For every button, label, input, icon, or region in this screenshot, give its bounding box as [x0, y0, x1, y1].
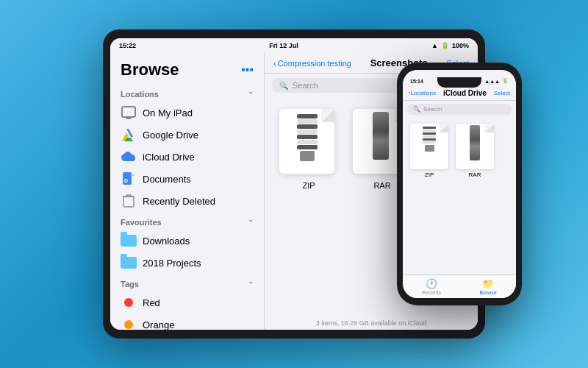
iphone-recents-label: Recents: [422, 290, 441, 295]
tags-section-header: Tags ⌃: [121, 280, 254, 289]
orange-tag-icon: [121, 316, 137, 330]
iphone-nav-title: iCloud Drive: [443, 89, 487, 97]
svg-rect-0: [122, 107, 135, 117]
projects-folder-icon: [121, 255, 137, 271]
sidebar-tags-section: Tags ⌃ Red Orange: [110, 280, 264, 330]
sidebar-item-on-my-ipad[interactable]: On My iPad: [121, 102, 254, 124]
iphone-screen: 15:14 ▲▲▲ 🔋 ‹ Locations iCloud Drive Sel…: [403, 70, 516, 298]
sidebar-item-recently-deleted[interactable]: Recently Deleted: [121, 190, 254, 212]
iphone-wrapper: 15:14 ▲▲▲ 🔋 ‹ Locations iCloud Drive Sel…: [403, 70, 516, 298]
svg-rect-1: [126, 118, 131, 119]
favourites-chevron-icon: ⌃: [248, 219, 254, 227]
google-drive-icon: [121, 127, 137, 143]
on-my-ipad-label: On My iPad: [143, 107, 193, 118]
documents-icon: D: [121, 171, 137, 187]
favourites-section-header: Favourites ⌃: [121, 218, 254, 227]
iphone-tabbar: 🕐 Recents 📁 Browse: [403, 275, 516, 298]
locations-section-header: Locations ⌃: [121, 90, 254, 99]
sidebar-dots-icon[interactable]: •••: [241, 63, 254, 77]
google-drive-label: Google Drive: [143, 130, 198, 141]
sidebar-item-downloads[interactable]: Downloads: [121, 230, 254, 252]
sidebar-title: Browse: [121, 60, 179, 79]
iphone-back-label: Locations: [411, 90, 436, 96]
ipad-footer-text: 3 items, 16.29 GB available on iCloud: [265, 316, 478, 330]
icloud-drive-label: iCloud Drive: [143, 152, 195, 163]
search-icon: 🔍: [279, 82, 288, 90]
iphone-zip-file-page: [410, 124, 448, 169]
iphone-zip-graphic: [423, 126, 436, 157]
battery-percent: 100%: [452, 42, 469, 49]
iphone-nav-bar: ‹ Locations iCloud Drive Select: [403, 86, 516, 101]
iphone-device: 15:14 ▲▲▲ 🔋 ‹ Locations iCloud Drive Sel…: [397, 63, 522, 305]
zip-file-item[interactable]: ZIP: [279, 109, 338, 190]
back-label: Compression testing: [278, 59, 351, 68]
iphone-rar-label: RAR: [469, 171, 481, 178]
search-placeholder-text: Search: [293, 81, 318, 90]
sidebar-item-icloud-drive[interactable]: iCloud Drive: [121, 146, 254, 168]
locations-label: Locations: [121, 90, 159, 99]
iphone-tab-recents[interactable]: 🕐 Recents: [422, 278, 441, 295]
recently-deleted-label: Recently Deleted: [143, 196, 215, 207]
iphone-search-placeholder: Search: [423, 106, 442, 113]
svg-text:D: D: [124, 178, 128, 183]
red-tag-label: Red: [143, 297, 160, 308]
back-button[interactable]: ‹ Compression testing: [273, 59, 351, 68]
wifi-icon: ▲: [431, 42, 438, 49]
sidebar-locations-section: Locations ⌃ On My iPad: [110, 90, 264, 212]
iphone-search-bar[interactable]: 🔍 Search: [407, 104, 512, 115]
tags-chevron-icon: ⌃: [248, 280, 254, 289]
documents-label: Documents: [143, 174, 191, 185]
tags-label: Tags: [121, 280, 139, 289]
ipad-date: Fri 12 Jul: [269, 42, 298, 49]
red-tag-icon: [121, 294, 137, 311]
ipad-sidebar: Browse ••• Locations ⌃ On My iPad: [110, 53, 265, 330]
rar-file-label: RAR: [373, 181, 390, 190]
iphone-zip-label: ZIP: [425, 171, 434, 178]
ipad-status-right: ▲ 🔋 100%: [431, 42, 469, 49]
icloud-icon: [121, 149, 137, 165]
iphone-time: 15:14: [410, 79, 423, 84]
downloads-folder-icon: [121, 233, 137, 249]
svg-rect-9: [123, 197, 134, 207]
sidebar-header: Browse •••: [110, 53, 264, 84]
iphone-recents-icon: 🕐: [426, 278, 437, 289]
iphone-files-grid: ZIP RAR: [403, 118, 516, 202]
2018-projects-label: 2018 Projects: [143, 258, 201, 269]
iphone-status-icons: ▲▲▲ 🔋: [484, 78, 509, 84]
iphone-search-icon: 🔍: [413, 106, 420, 113]
sidebar-favourites-section: Favourites ⌃ Downloads: [110, 218, 264, 274]
sidebar-item-google-drive[interactable]: Google Drive: [121, 124, 254, 146]
zip-file-icon: [279, 109, 338, 175]
ipad-time: 15:22: [119, 42, 136, 49]
iphone-browse-icon: 📁: [482, 278, 494, 289]
favourites-label: Favourites: [121, 218, 162, 227]
recently-deleted-icon: [121, 193, 137, 209]
iphone-notch: [437, 77, 481, 88]
rar-zipper-graphic: [373, 112, 389, 160]
orange-tag-label: Orange: [143, 319, 174, 330]
sidebar-item-tag-orange[interactable]: Orange: [121, 314, 254, 330]
sidebar-item-tag-red[interactable]: Red: [121, 291, 254, 314]
battery-icon: 🔋: [441, 42, 449, 49]
locations-chevron-icon: ⌃: [248, 91, 254, 99]
iphone-rar-file-item[interactable]: RAR: [456, 124, 494, 178]
ipad-status-bar: 15:22 Fri 12 Jul ▲ 🔋 100%: [110, 38, 478, 53]
iphone-battery-icon: 🔋: [502, 78, 509, 84]
zip-file-page: [279, 109, 334, 174]
sidebar-item-documents[interactable]: D Documents: [121, 168, 254, 190]
iphone-rar-graphic: [470, 125, 480, 160]
sidebar-item-2018-projects[interactable]: 2018 Projects: [121, 252, 254, 274]
iphone-rar-file-page: [456, 124, 494, 169]
downloads-label: Downloads: [143, 236, 190, 247]
zip-zipper-graphic: [297, 113, 318, 158]
iphone-tab-browse[interactable]: 📁 Browse: [479, 278, 496, 295]
iphone-zip-file-item[interactable]: ZIP: [410, 124, 448, 178]
iphone-back-button[interactable]: ‹ Locations: [409, 90, 436, 96]
zip-file-label: ZIP: [302, 181, 315, 190]
ipad-device-icon: [121, 105, 137, 121]
back-chevron-icon: ‹: [273, 59, 276, 68]
svg-marker-7: [131, 172, 135, 176]
iphone-signal-icon: ▲▲▲: [484, 79, 500, 84]
iphone-browse-label: Browse: [479, 290, 496, 295]
iphone-select-button[interactable]: Select: [494, 90, 510, 96]
